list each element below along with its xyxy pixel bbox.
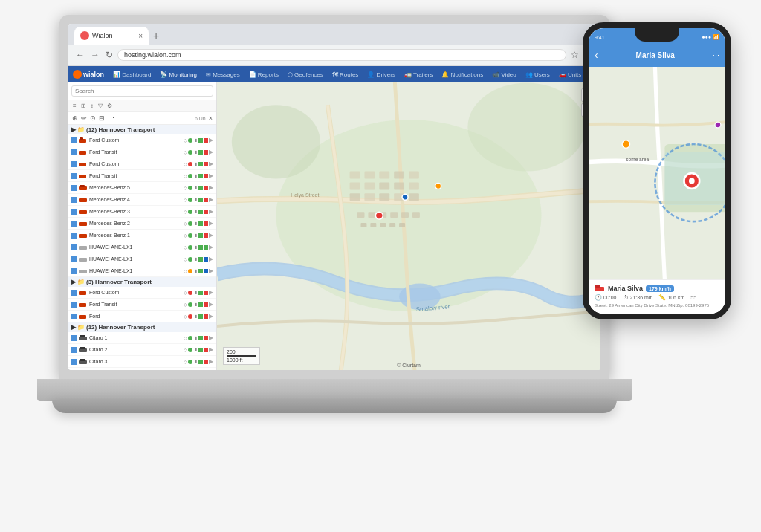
nav-monitoring[interactable]: 📡 Monitoring bbox=[157, 70, 200, 80]
scene: Wialon × + ← → ↻ hosting.wialon.com ☆ ⚙ bbox=[0, 0, 761, 532]
nav-routes[interactable]: 🗺 Routes bbox=[329, 70, 362, 80]
delete-btn[interactable]: ⊟ bbox=[98, 114, 106, 123]
bookmark-button[interactable]: ☆ bbox=[569, 48, 580, 62]
phone-more-button[interactable]: ··· bbox=[713, 51, 719, 59]
unit-checkbox[interactable] bbox=[71, 347, 77, 353]
list-item[interactable]: Ford Transit ◇ ⏸ ▶ bbox=[68, 299, 216, 311]
detail-icon[interactable]: ▶ bbox=[209, 267, 213, 274]
unit-checkbox[interactable] bbox=[71, 149, 77, 155]
close-panel-btn[interactable]: × bbox=[208, 114, 213, 123]
list-item[interactable]: Citaro 2 ◇ ⏸ ▶ bbox=[68, 344, 216, 356]
unit-checkbox[interactable] bbox=[71, 256, 77, 262]
unit-checkbox[interactable] bbox=[71, 209, 77, 215]
list-item[interactable]: Ford Custom ◇ ⏸ ▶ bbox=[68, 158, 216, 170]
detail-icon[interactable]: ▶ bbox=[209, 334, 213, 341]
unit-checkbox[interactable] bbox=[71, 335, 77, 341]
nav-reports[interactable]: 📄 Reports bbox=[246, 70, 282, 80]
list-item[interactable]: Mercedes-Benz 3 ◇ ⏸ ▶ bbox=[68, 206, 216, 218]
phone-back-button[interactable]: ‹ bbox=[595, 49, 598, 61]
detail-icon[interactable]: ▶ bbox=[209, 196, 213, 203]
filter-btn[interactable]: ▽ bbox=[97, 102, 104, 110]
unit-checkbox[interactable] bbox=[71, 221, 77, 227]
list-item[interactable]: Mercedes-Benz 4 ◇ ⏸ ▶ bbox=[68, 194, 216, 206]
nav-drivers[interactable]: 👤 Drivers bbox=[364, 70, 398, 80]
copy-btn[interactable]: ⊙ bbox=[89, 114, 97, 123]
unit-name: Ford Custom bbox=[89, 137, 182, 143]
detail-icon[interactable]: ▶ bbox=[209, 346, 213, 353]
unit-checkbox[interactable] bbox=[71, 314, 77, 319]
detail-icon[interactable]: ▶ bbox=[209, 137, 213, 143]
unit-checkbox[interactable] bbox=[71, 359, 77, 365]
new-tab-button[interactable]: + bbox=[153, 30, 159, 42]
nav-units[interactable]: 🚗 Units bbox=[556, 70, 584, 80]
list-item[interactable]: Citaro 3 ◇ ⏸ ▶ bbox=[68, 356, 216, 368]
detail-icon[interactable]: ▶ bbox=[209, 184, 213, 191]
list-item[interactable]: HUAWEI ANE-LX1 ◇ ⏸ ▶ bbox=[68, 265, 216, 277]
stat-distance: 📏 106 km bbox=[658, 294, 684, 301]
detail-icon[interactable]: ▶ bbox=[209, 220, 213, 227]
browser-tab-wialon[interactable]: Wialon × bbox=[74, 27, 149, 45]
unit-checkbox[interactable] bbox=[71, 173, 77, 179]
list-item[interactable]: Ford Transit ◇ ⏸ ▶ bbox=[68, 146, 216, 158]
detail-icon[interactable]: ▶ bbox=[209, 208, 213, 215]
group-hannover-2[interactable]: ▶ 📁 (3) Hannover Transport bbox=[68, 277, 216, 287]
group-hannover-1[interactable]: ▶ 📁 (12) Hannover Transport bbox=[68, 125, 216, 134]
nav-users[interactable]: 👥 Users bbox=[522, 70, 553, 80]
detail-icon[interactable]: ▶ bbox=[209, 232, 213, 239]
detail-icon[interactable]: ▶ bbox=[209, 172, 213, 179]
detail-icon[interactable]: ▶ bbox=[209, 313, 213, 319]
detail-icon[interactable]: ▶ bbox=[209, 358, 213, 365]
list-view-btn[interactable]: ≡ bbox=[71, 102, 78, 110]
unit-checkbox[interactable] bbox=[71, 197, 77, 203]
refresh-button[interactable]: ↻ bbox=[104, 48, 114, 62]
list-item[interactable]: Ford ◇ ⏸ ▶ bbox=[68, 311, 216, 322]
list-item[interactable]: Citaro 4 ◇ ⏸ ▶ bbox=[68, 368, 216, 370]
list-item[interactable]: Mercedes-Benz 2 ◇ ⏸ ▶ bbox=[68, 218, 216, 230]
address-bar[interactable]: hosting.wialon.com bbox=[117, 49, 566, 61]
nav-dashboard[interactable]: 📊 Dashboard bbox=[110, 70, 154, 80]
unit-checkbox[interactable] bbox=[71, 290, 77, 296]
settings-btn2[interactable]: ⚙ bbox=[106, 102, 114, 110]
search-input[interactable] bbox=[71, 85, 213, 97]
detail-icon[interactable]: ▶ bbox=[209, 301, 213, 308]
unit-vehicle-icon bbox=[79, 347, 88, 353]
detail-icon[interactable]: ▶ bbox=[209, 244, 213, 250]
unit-checkbox[interactable] bbox=[71, 137, 77, 143]
detail-icon[interactable]: ▶ bbox=[209, 149, 213, 155]
detail-icon[interactable]: ▶ bbox=[209, 256, 213, 262]
tab-close-button[interactable]: × bbox=[138, 32, 143, 40]
add-unit-btn[interactable]: ⊕ bbox=[71, 114, 79, 123]
grid-view-btn[interactable]: ⊞ bbox=[80, 102, 88, 110]
list-item[interactable]: Ford Transit ◇ ⏸ ▶ bbox=[68, 170, 216, 182]
list-item[interactable]: Citaro 1 ◇ ⏸ ▶ bbox=[68, 332, 216, 344]
unit-checkbox[interactable] bbox=[71, 161, 77, 167]
list-item[interactable]: HUAWEI ANE-LX1 ◇ ⏸ ▶ bbox=[68, 241, 216, 253]
unit-checkbox[interactable] bbox=[71, 302, 77, 308]
nav-messages[interactable]: ✉ Messages bbox=[203, 70, 243, 80]
unit-checkbox[interactable] bbox=[71, 244, 77, 250]
detail-icon[interactable]: ▶ bbox=[209, 160, 213, 167]
list-item[interactable]: Mercedes-Benz 1 ◇ ⏸ ▶ bbox=[68, 230, 216, 241]
group-hannover-3[interactable]: ▶ 📁 (12) Hannover Transport bbox=[68, 322, 216, 332]
wialon-logo: wialon bbox=[73, 70, 104, 79]
map-area[interactable]: Smaloly river Halya Street bbox=[217, 82, 600, 370]
list-item[interactable]: Mercedes-Benz 5 ◇ ⏸ ▶ bbox=[68, 182, 216, 194]
detail-icon[interactable]: ▶ bbox=[209, 289, 213, 296]
unit-checkbox[interactable] bbox=[71, 233, 77, 239]
sort-btn[interactable]: ↕ bbox=[89, 102, 95, 110]
nav-notifications[interactable]: 🔔 Notifications bbox=[438, 70, 486, 80]
back-button[interactable]: ← bbox=[74, 48, 86, 62]
unit-checkbox[interactable] bbox=[71, 185, 77, 191]
list-item[interactable]: HUAWEI ANE-LX1 ◇ ⏸ ▶ bbox=[68, 253, 216, 265]
list-item[interactable]: Ford Custom ◇ ⏸ ▶ bbox=[68, 134, 216, 146]
nav-trailers[interactable]: 🚛 Trailers bbox=[401, 70, 435, 80]
phone-map[interactable]: some area + − bbox=[589, 67, 725, 279]
list-item[interactable]: Ford Custom ◇ ⏸ ▶ bbox=[68, 287, 216, 299]
unit-checkbox[interactable] bbox=[71, 268, 77, 274]
forward-button[interactable]: → bbox=[89, 48, 101, 62]
nav-geofences[interactable]: ⬡ Geofences bbox=[285, 70, 326, 80]
nav-video[interactable]: 📹 Video bbox=[489, 70, 519, 80]
svg-rect-39 bbox=[394, 182, 404, 189]
edit-btn[interactable]: ✏ bbox=[80, 114, 88, 123]
more-btn[interactable]: ⋯ bbox=[107, 114, 115, 123]
